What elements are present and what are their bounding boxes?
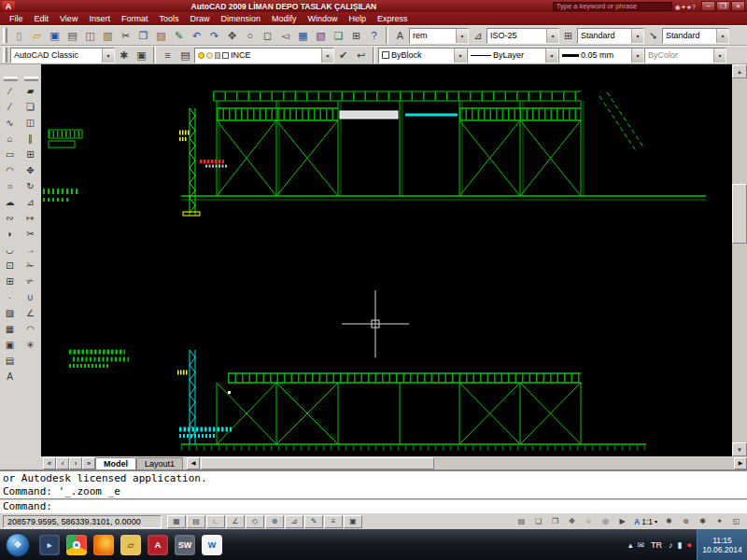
tab-layout1[interactable]: Layout1	[136, 457, 183, 469]
first-tab-icon[interactable]: «	[43, 457, 56, 469]
autocad-tray-icon[interactable]: ●	[687, 540, 692, 550]
tab-model[interactable]: Model	[95, 457, 136, 469]
chevron-down-icon[interactable]: ▾	[631, 29, 643, 43]
chevron-down-icon[interactable]: ▾	[716, 29, 728, 43]
publish-icon[interactable]: ▥	[99, 27, 117, 44]
designcenter-icon[interactable]: ▧	[312, 27, 330, 44]
osnap-toggle[interactable]: ◇	[246, 515, 264, 528]
break-at-point-tool-button[interactable]: ✁	[21, 258, 39, 273]
autocad-icon[interactable]: A	[148, 535, 168, 555]
horizontal-scrollbar[interactable]: ◀ ▶	[187, 457, 747, 469]
snap-toggle[interactable]: ▦	[167, 515, 186, 528]
toolbar-grip[interactable]	[3, 48, 7, 63]
open-icon[interactable]: ▱	[28, 27, 46, 44]
insert-block-tool-button[interactable]: ⊡	[1, 258, 19, 273]
toolbar-grip[interactable]	[4, 77, 18, 81]
quick-view-drawings-icon[interactable]: ❐	[547, 515, 563, 528]
network-icon[interactable]: ▮	[678, 540, 683, 550]
workspace-combo[interactable]: AutoCAD Classic ▾	[10, 48, 115, 63]
linetype-combo[interactable]: ByLayer ▾	[467, 48, 558, 63]
qp-toggle[interactable]: ▣	[344, 515, 362, 528]
offset-tool-button[interactable]: ∥	[21, 131, 39, 147]
menu-item[interactable]: Tools	[153, 12, 184, 25]
point-tool-button[interactable]: ∙	[1, 289, 19, 305]
zoom-window-icon[interactable]: ◻	[259, 27, 276, 44]
menu-item[interactable]: Modify	[266, 12, 303, 25]
mirror-tool-button[interactable]: ◫	[21, 115, 39, 131]
chevron-down-icon[interactable]: ▾	[655, 518, 657, 525]
tool-palettes-icon[interactable]: ❏	[330, 27, 347, 44]
scroll-left-icon[interactable]: ◀	[187, 457, 200, 469]
fillet-tool-button[interactable]: ◠	[21, 321, 39, 337]
lwt-toggle[interactable]: ≡	[324, 515, 343, 528]
zoom-previous-icon[interactable]: ◅	[276, 27, 294, 44]
coordinates-display[interactable]: 208579.9595, 586339.3101, 0.0000	[3, 515, 162, 528]
vertical-scrollbar[interactable]: ▲ ▼	[732, 64, 747, 456]
grid-toggle[interactable]: ▤	[187, 515, 205, 528]
cut-icon[interactable]: ✂	[117, 27, 134, 44]
last-tab-icon[interactable]: »	[82, 457, 95, 469]
layer-lock-icon[interactable]	[215, 52, 220, 59]
minimize-button[interactable]: −	[701, 1, 715, 11]
start-button[interactable]: ❖	[6, 533, 30, 557]
toolbar-lock-icon[interactable]: ✦	[712, 515, 727, 528]
scroll-down-icon[interactable]: ▼	[732, 442, 747, 456]
quickcalc-icon[interactable]: ⊞	[347, 27, 365, 44]
menu-item[interactable]: Window	[303, 12, 344, 25]
spline-tool-button[interactable]: ∾	[1, 210, 19, 226]
rectangle-tool-button[interactable]: ▭	[1, 147, 19, 162]
menu-item[interactable]: Insert	[83, 12, 116, 25]
horizontal-scroll-thumb[interactable]	[201, 457, 434, 469]
folder-icon[interactable]: ▱	[120, 535, 141, 555]
media-player-icon[interactable]: ▸	[39, 535, 60, 555]
construction-line-tool-button[interactable]: ⁄	[1, 99, 19, 115]
show-motion-icon[interactable]: ▶	[614, 515, 630, 528]
plot-icon[interactable]: ▤	[63, 27, 81, 44]
trim-tool-button[interactable]: ✂	[21, 226, 39, 242]
dim-style-icon[interactable]: ⊿	[469, 27, 486, 44]
zoom-realtime-icon[interactable]: ○	[241, 27, 259, 44]
save-workspace-icon[interactable]: ▣	[133, 47, 150, 63]
zoom-tool-icon[interactable]: ○	[581, 515, 597, 528]
steering-wheel-icon[interactable]: ◎	[598, 515, 613, 528]
save-icon[interactable]: ▣	[46, 27, 63, 44]
menu-item[interactable]: Edit	[29, 12, 55, 25]
volume-icon[interactable]: ♪	[669, 540, 673, 550]
explode-tool-button[interactable]: ✳	[21, 337, 39, 353]
layer-states-icon[interactable]: ▤	[176, 47, 194, 63]
menu-item[interactable]: Express	[372, 12, 414, 25]
menu-item[interactable]: Format	[116, 12, 154, 25]
annotation-visibility-icon[interactable]: ✺	[661, 515, 677, 528]
ellipse-tool-button[interactable]: ◗	[1, 226, 19, 242]
toolbar-grip[interactable]	[24, 77, 38, 81]
table-style-combo[interactable]: Standard ▾	[577, 28, 644, 44]
multileader-style-icon[interactable]: ➘	[644, 27, 662, 44]
match-properties-icon[interactable]: ✎	[170, 27, 188, 44]
stretch-tool-button[interactable]: ↦	[21, 210, 39, 226]
text-style-icon[interactable]: A	[391, 27, 409, 44]
array-tool-button[interactable]: ⊞	[21, 147, 39, 162]
properties-icon[interactable]: ▦	[294, 27, 312, 44]
chevron-down-icon[interactable]: ▾	[546, 29, 558, 43]
infocenter-help-icon[interactable]: ?	[692, 4, 696, 10]
lineweight-combo[interactable]: 0.05 mm ▾	[558, 48, 644, 63]
chrome-icon[interactable]	[66, 535, 87, 555]
layer-on-icon[interactable]	[198, 52, 204, 59]
firefox-icon[interactable]	[93, 535, 114, 555]
color-combo[interactable]: ByBlock ▾	[378, 48, 467, 63]
help-icon[interactable]: ?	[365, 27, 383, 44]
join-tool-button[interactable]: ∪	[21, 289, 39, 305]
erase-tool-button[interactable]: ▰	[21, 83, 39, 99]
dyn-toggle[interactable]: ✎	[304, 515, 323, 528]
workspace-settings-icon[interactable]: ✱	[115, 47, 133, 63]
layer-combo[interactable]: INCE ▾	[194, 48, 334, 63]
arc-tool-button[interactable]: ◠	[1, 162, 19, 178]
circle-tool-button[interactable]: ○	[1, 178, 19, 194]
vertical-scroll-thumb[interactable]	[732, 184, 747, 244]
mtext-tool-button[interactable]: A	[1, 369, 19, 385]
drawing-canvas[interactable]	[41, 64, 732, 456]
pan-icon[interactable]: ✥	[223, 27, 241, 44]
make-block-tool-button[interactable]: ⊞	[1, 273, 19, 289]
move-tool-button[interactable]: ✥	[21, 162, 39, 178]
chevron-down-icon[interactable]: ▾	[456, 29, 468, 43]
